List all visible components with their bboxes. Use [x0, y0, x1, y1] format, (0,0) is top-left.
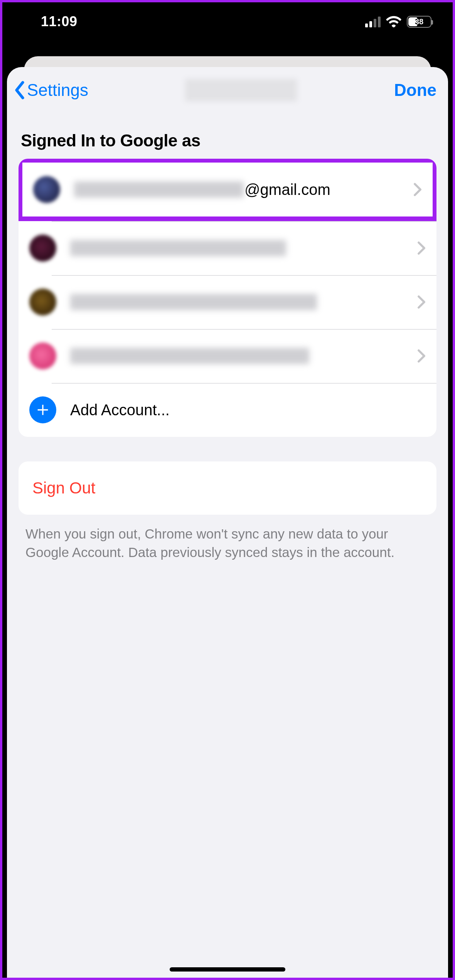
- chevron-right-icon: [417, 349, 426, 363]
- battery-percent: 38: [408, 17, 431, 26]
- page-title-redacted: [185, 79, 297, 101]
- avatar: [29, 235, 56, 262]
- account-row[interactable]: [19, 329, 436, 383]
- status-time: 11:09: [41, 13, 78, 30]
- cellular-icon: [365, 16, 381, 27]
- account-row[interactable]: [19, 221, 436, 275]
- back-button[interactable]: Settings: [12, 81, 88, 100]
- device-frame: 11:09 38 Settings Done: [2, 2, 453, 978]
- sign-out-button[interactable]: Sign Out: [19, 461, 436, 515]
- avatar: [29, 289, 56, 315]
- chevron-right-icon: [417, 295, 426, 309]
- settings-sheet: Settings Done Signed In to Google as @gm…: [7, 67, 448, 978]
- status-bar: 11:09 38: [2, 2, 453, 41]
- sign-out-label: Sign Out: [32, 479, 95, 497]
- account-email: @gmail.com: [74, 181, 413, 198]
- avatar: [29, 342, 56, 369]
- account-email: [70, 348, 417, 364]
- add-account-label: Add Account...: [70, 401, 426, 419]
- avatar: [33, 176, 60, 203]
- chevron-left-icon: [14, 81, 25, 99]
- navbar: Settings Done: [7, 67, 448, 113]
- chevron-right-icon: [417, 241, 426, 255]
- home-indicator[interactable]: [170, 967, 285, 972]
- account-email: [70, 240, 417, 256]
- wifi-icon: [386, 16, 401, 27]
- back-label: Settings: [27, 81, 88, 100]
- account-row[interactable]: @gmail.com: [22, 163, 433, 216]
- chevron-right-icon: [413, 183, 422, 196]
- add-account-row[interactable]: Add Account...: [19, 383, 436, 437]
- section-header: Signed In to Google as: [7, 113, 448, 159]
- status-icons: 38: [365, 16, 431, 28]
- account-row[interactable]: [19, 275, 436, 329]
- plus-circle-icon: [29, 396, 56, 423]
- battery-icon: 38: [407, 16, 431, 28]
- accounts-card: @gmail.com: [19, 159, 436, 437]
- done-button[interactable]: Done: [394, 81, 436, 100]
- highlighted-account: @gmail.com: [19, 159, 436, 221]
- sign-out-footer: When you sign out, Chrome won't sync any…: [7, 515, 448, 562]
- sign-out-card: Sign Out: [19, 461, 436, 515]
- account-email: [70, 294, 417, 310]
